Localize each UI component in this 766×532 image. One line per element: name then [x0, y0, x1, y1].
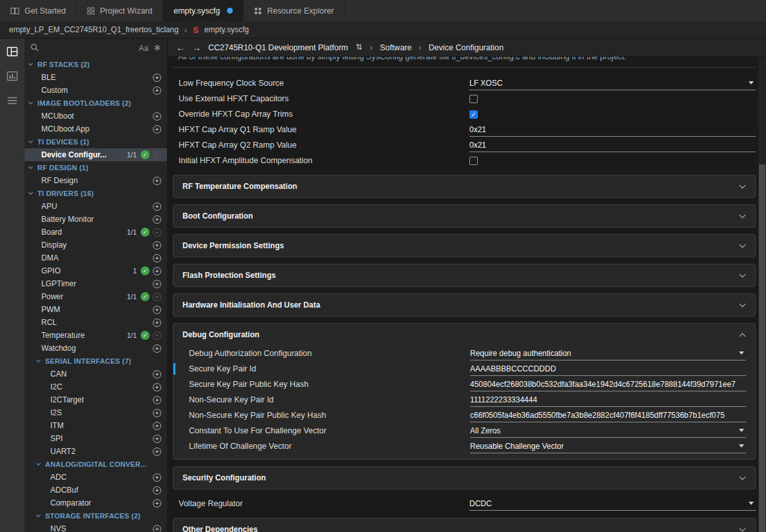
- stats-view-icon[interactable]: [5, 69, 19, 83]
- add-instance-button[interactable]: +: [153, 525, 161, 532]
- section-header[interactable]: RF Temperature Compensation: [173, 175, 755, 197]
- section-header[interactable]: Boot Configuration: [173, 205, 755, 227]
- text-input[interactable]: c66f0505fa4eb36ad5550fbe7a3b8e2882cf407f…: [470, 409, 746, 422]
- regex-icon[interactable]: [153, 44, 161, 54]
- tree-group-header[interactable]: TI DRIVERS (16): [25, 187, 167, 200]
- add-instance-button[interactable]: +: [153, 86, 161, 95]
- dropdown-field[interactable]: All Zeros: [470, 424, 746, 438]
- add-instance-button[interactable]: +: [153, 267, 161, 275]
- add-instance-button[interactable]: +: [153, 74, 161, 82]
- tree-item[interactable]: Custom +: [25, 84, 167, 97]
- checkbox[interactable]: [469, 95, 478, 103]
- tree-item[interactable]: LGPTimer +: [25, 277, 167, 290]
- add-instance-button[interactable]: +: [153, 112, 161, 121]
- tree-item[interactable]: MCUboot App +: [25, 123, 167, 135]
- tree-item[interactable]: RF Design +: [25, 174, 167, 187]
- tree-item[interactable]: MCUboot +: [25, 110, 167, 123]
- add-instance-button[interactable]: +: [153, 486, 161, 495]
- tree-item[interactable]: Comparator +: [25, 497, 167, 509]
- tree-item[interactable]: GPIO 1 ✓ +: [25, 264, 167, 277]
- tree-item[interactable]: ADCBuf +: [25, 484, 167, 497]
- tree-group-header[interactable]: TI DEVICES (1): [25, 135, 167, 148]
- section-header[interactable]: Debug Configuration: [173, 324, 755, 346]
- add-instance-button[interactable]: +: [153, 435, 161, 443]
- add-instance-button[interactable]: +: [153, 202, 161, 211]
- tree-item[interactable]: Board 1/1 ✓ +: [25, 226, 167, 239]
- tree-group-header[interactable]: ANALOG/DIGITAL CONVER...: [25, 458, 167, 471]
- add-instance-button[interactable]: +: [153, 151, 161, 159]
- swap-platform-icon[interactable]: [355, 43, 363, 53]
- add-instance-button[interactable]: +: [153, 280, 161, 288]
- tree-item[interactable]: UART2 +: [25, 445, 167, 458]
- platform-selector[interactable]: CC2745R10-Q1 Development Platform: [208, 43, 348, 52]
- add-instance-button[interactable]: +: [153, 409, 161, 417]
- dropdown-field[interactable]: Require debug authentication: [470, 347, 746, 360]
- forward-button[interactable]: →: [192, 43, 201, 53]
- add-instance-button[interactable]: +: [153, 422, 161, 430]
- add-instance-button[interactable]: +: [153, 215, 161, 224]
- tree-item[interactable]: APU +: [25, 200, 167, 213]
- tree-group-header[interactable]: RF STACKS (2): [25, 58, 167, 71]
- add-instance-button[interactable]: +: [153, 254, 161, 262]
- checkbox[interactable]: [469, 157, 478, 165]
- text-input[interactable]: 0x21: [469, 123, 756, 137]
- tree-item[interactable]: Watchdog +: [25, 342, 167, 355]
- add-instance-button[interactable]: +: [153, 241, 161, 250]
- tree-item[interactable]: Power 1/1 ✓ +: [25, 290, 167, 303]
- add-instance-button[interactable]: +: [153, 125, 161, 133]
- checkbox[interactable]: ✓: [469, 110, 478, 119]
- add-instance-button[interactable]: +: [153, 228, 161, 237]
- text-input[interactable]: 450804ecf268038b0c532dfa3faa34e1942d4c67…: [470, 378, 746, 391]
- back-button[interactable]: ←: [176, 43, 185, 53]
- tab[interactable]: Resource Explorer: [244, 0, 345, 21]
- add-instance-button[interactable]: +: [153, 306, 161, 314]
- text-input[interactable]: 0x21: [469, 139, 756, 152]
- add-instance-button[interactable]: +: [153, 383, 161, 391]
- tab[interactable]: empty.syscfg: [163, 0, 244, 21]
- tree-item[interactable]: Battery Monitor +: [25, 213, 167, 226]
- section-header[interactable]: Security Configuration: [173, 467, 755, 489]
- tree-item[interactable]: NVS +: [25, 522, 167, 532]
- dropdown-field[interactable]: Reusable Challenge Vector: [470, 440, 746, 453]
- tree-group-header[interactable]: IMAGE BOOTLOADERS (2): [25, 97, 167, 110]
- modified-dot-icon[interactable]: [227, 8, 233, 14]
- tree-item[interactable]: I2S +: [25, 406, 167, 419]
- add-instance-button[interactable]: +: [153, 331, 161, 340]
- text-input[interactable]: AAAABBBBCCCCDDDD: [470, 362, 746, 376]
- tree-item[interactable]: SPI +: [25, 432, 167, 445]
- dropdown-field[interactable]: LF XOSC: [469, 77, 756, 90]
- tree-item[interactable]: I2CTarget +: [25, 393, 167, 406]
- config-view-icon[interactable]: [5, 44, 19, 59]
- add-instance-button[interactable]: +: [153, 473, 161, 482]
- outline-view-icon[interactable]: [5, 94, 19, 108]
- section-header[interactable]: Other Dependencies: [173, 518, 755, 532]
- add-instance-button[interactable]: +: [153, 344, 161, 353]
- section-header[interactable]: Device Permission Settings: [173, 235, 755, 257]
- tree-item[interactable]: ITM +: [25, 419, 167, 432]
- tree-item[interactable]: PWM +: [25, 303, 167, 316]
- tree-item[interactable]: Device Configur... 1/1 ✓ +: [25, 148, 167, 161]
- tree-group-header[interactable]: SERIAL INTERFACES (7): [25, 355, 167, 368]
- add-instance-button[interactable]: +: [153, 293, 161, 301]
- project-name[interactable]: empty_LP_EM_CC2745R10_Q1_freertos_ticlan…: [9, 25, 179, 34]
- match-case-button[interactable]: Aa: [139, 44, 148, 53]
- scrollbar-thumb[interactable]: [759, 164, 765, 532]
- section-header[interactable]: Hardware Initialisation And User Data: [173, 294, 755, 316]
- dropdown-field[interactable]: DCDC: [469, 497, 756, 511]
- tab[interactable]: Project Wizard: [77, 0, 163, 21]
- tree-group-header[interactable]: RF DESIGN (1): [25, 161, 167, 174]
- add-instance-button[interactable]: +: [153, 319, 161, 327]
- add-instance-button[interactable]: +: [153, 499, 161, 507]
- text-input[interactable]: 1111222233334444: [470, 393, 746, 407]
- tree-item[interactable]: CAN +: [25, 368, 167, 380]
- search-input[interactable]: [44, 43, 133, 54]
- tree-item[interactable]: I2C +: [25, 380, 167, 393]
- scrollbar[interactable]: [758, 57, 766, 532]
- tree-item[interactable]: ADC +: [25, 471, 167, 484]
- tree-item[interactable]: DMA +: [25, 251, 167, 264]
- tree-item[interactable]: BLE +: [25, 71, 167, 84]
- tree-group-header[interactable]: STORAGE INTERFACES (2): [25, 509, 167, 522]
- add-instance-button[interactable]: +: [153, 396, 161, 404]
- tree-item[interactable]: RCL +: [25, 316, 167, 329]
- tree-item[interactable]: Temperature 1/1 ✓ +: [25, 329, 167, 342]
